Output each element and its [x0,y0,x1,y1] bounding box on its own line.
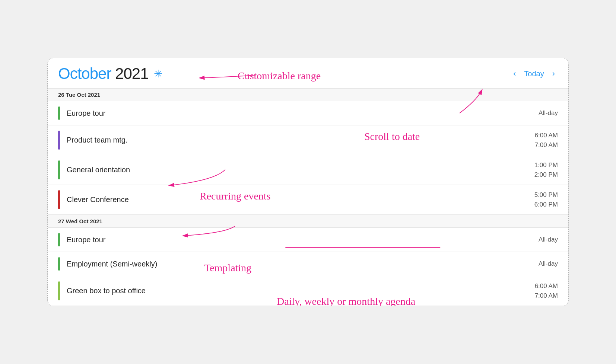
event-time-europe-1: All-day [539,108,558,118]
event-start-product-mtg: 6:00 AM [535,131,558,140]
event-allday-europe-2: All-day [539,235,558,245]
event-time-orientation: 1:00 PM 2:00 PM [534,160,558,179]
event-end-orientation: 2:00 PM [534,170,558,180]
event-row-europe-1[interactable]: Europe tour All-day [48,101,568,125]
event-start-orientation: 1:00 PM [534,160,558,170]
day-label-26: 26 Tue Oct 2021 [58,92,100,98]
event-time-employment: All-day [539,259,558,269]
event-name-orientation: General orientation [67,166,534,174]
event-row-europe-2[interactable]: Europe tour All-day [48,228,568,252]
event-time-conference: 5:00 PM 6:00 PM [534,190,558,209]
today-button[interactable]: Today [522,69,546,79]
event-color-conference [58,190,60,209]
event-start-greenbox: 6:00 AM [535,281,558,291]
event-color-greenbox [58,281,60,300]
event-time-greenbox: 6:00 AM 7:00 AM [535,281,558,300]
day-section-27: 27 Wed Oct 2021 [48,215,568,228]
event-allday-europe-1: All-day [539,108,558,118]
event-allday-employment: All-day [539,259,558,269]
prev-button[interactable]: ‹ [510,68,519,79]
event-color-orientation [58,160,60,179]
event-row-conference[interactable]: Clever Conference 5:00 PM 6:00 PM [48,185,568,215]
event-row-greenbox[interactable]: Green box to post office 6:00 AM 7:00 AM [48,276,568,306]
event-name-employment: Employment (Semi-weekly) [67,260,539,268]
day-section-26: 26 Tue Oct 2021 [48,88,568,101]
event-name-greenbox: Green box to post office [67,287,535,295]
year-label: 2021 [115,65,148,82]
calendar-container: October 2021 ✳ ‹ Today › 26 Tue Oct 2021… [47,58,569,306]
event-name-conference: Clever Conference [67,195,534,204]
next-button[interactable]: › [549,68,558,79]
day-label-27: 27 Wed Oct 2021 [58,218,102,224]
asterisk-icon: ✳ [154,68,162,80]
header-left: October 2021 ✳ [58,65,162,83]
event-color-employment [58,257,60,271]
header-nav: ‹ Today › [510,68,558,79]
event-color-europe-2 [58,233,60,246]
event-row-product-mtg[interactable]: Product team mtg. 6:00 AM 7:00 AM [48,125,568,155]
event-time-europe-2: All-day [539,235,558,245]
event-name-europe-2: Europe tour [67,236,539,244]
event-name-europe-1: Europe tour [67,109,539,118]
event-end-product-mtg: 7:00 AM [535,140,558,150]
event-row-orientation[interactable]: General orientation 1:00 PM 2:00 PM [48,155,568,185]
event-start-conference: 5:00 PM [534,190,558,200]
event-time-product-mtg: 6:00 AM 7:00 AM [535,131,558,150]
event-end-greenbox: 7:00 AM [535,291,558,301]
event-end-conference: 6:00 PM [534,200,558,210]
month-label: October [58,65,111,82]
event-row-employment[interactable]: Employment (Semi-weekly) All-day [48,252,568,276]
calendar-header: October 2021 ✳ ‹ Today › [48,58,568,88]
event-color-europe-1 [58,106,60,120]
event-color-product-mtg [58,131,60,150]
month-year-title: October 2021 [58,65,149,83]
event-name-product-mtg: Product team mtg. [67,136,535,144]
